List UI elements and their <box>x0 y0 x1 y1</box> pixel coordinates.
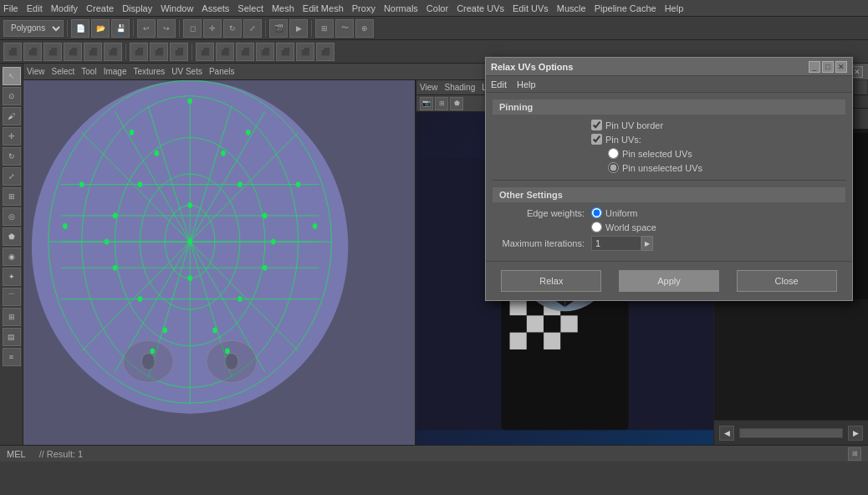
toolbar2-icon-9[interactable]: ⬛ <box>170 43 188 61</box>
tool-select[interactable]: ↖ <box>3 67 21 85</box>
menu-normals[interactable]: Normals <box>384 3 418 13</box>
toolbar-icon-redo[interactable]: ↪ <box>157 19 176 38</box>
toolbar2-icon-1[interactable]: ⬛ <box>3 43 22 61</box>
toolbar-icon-snap-curve[interactable]: 〜 <box>335 19 354 38</box>
menu-create[interactable]: Create <box>86 3 114 13</box>
menu-edit[interactable]: Edit <box>27 3 43 13</box>
toolbar-icon-save[interactable]: 💾 <box>111 19 130 38</box>
pin-uvs-checkbox[interactable] <box>591 134 602 145</box>
uv-tab-image[interactable]: Image <box>104 67 127 76</box>
toolbar2-icon-2[interactable]: ⬛ <box>23 43 42 61</box>
apply-button[interactable]: Apply <box>619 270 719 292</box>
toolbar-sep-2 <box>133 20 134 37</box>
uv-tab-select[interactable]: Select <box>52 67 75 76</box>
tool-bend[interactable]: ⌒ <box>3 288 21 306</box>
toolbar2-icon-12[interactable]: ⬛ <box>236 43 254 61</box>
uv-tab-tool[interactable]: Tool <box>81 67 96 76</box>
menu-create-uvs[interactable]: Create UVs <box>457 3 504 13</box>
toolbar2-icon-3[interactable]: ⬛ <box>43 43 62 61</box>
uv-viewport[interactable] <box>23 80 416 445</box>
menu-edit-mesh[interactable]: Edit Mesh <box>303 3 344 13</box>
toolbar2-icon-13[interactable]: ⬛ <box>256 43 274 61</box>
toolbar-icon-scale[interactable]: ⤢ <box>243 19 262 38</box>
toolbar-sep-3 <box>179 20 180 37</box>
uv-tab-view[interactable]: View <box>27 67 45 76</box>
vp3d-icon-grid[interactable]: ⊞ <box>435 97 448 110</box>
tool-paint[interactable]: 🖌 <box>3 107 21 125</box>
toolbar2-icon-16[interactable]: ⬛ <box>316 43 334 61</box>
menu-proxy[interactable]: Proxy <box>352 3 375 13</box>
vp3d-shading[interactable]: Shading <box>445 83 476 92</box>
uv-tab-textures[interactable]: Textures <box>133 67 165 76</box>
tool-lasso[interactable]: ⊙ <box>3 87 21 105</box>
menu-assets[interactable]: Assets <box>202 3 229 13</box>
render-prev-btn[interactable]: ◀ <box>719 426 734 441</box>
vp3d-icon-wire[interactable]: ⬟ <box>450 97 463 110</box>
toolbar2-icon-4[interactable]: ⬛ <box>64 43 82 61</box>
mode-select[interactable]: Polygons <box>3 20 64 37</box>
toolbar-icon-render[interactable]: 🎬 <box>269 19 288 38</box>
menu-display[interactable]: Display <box>122 3 152 13</box>
toolbar-icon-snap-point[interactable]: ⊕ <box>355 19 374 38</box>
dialog-restore-btn[interactable]: □ <box>822 61 834 73</box>
toolbar-icon-ipr[interactable]: ▶ <box>289 19 308 38</box>
toolbar-icon-snap-grid[interactable]: ⊞ <box>315 19 334 38</box>
status-bar-script-btn[interactable]: ⊞ <box>848 447 861 461</box>
menu-mesh[interactable]: Mesh <box>272 3 294 13</box>
menu-edit-uvs[interactable]: Edit UVs <box>513 3 549 13</box>
tool-layers[interactable]: ▤ <box>3 328 21 346</box>
relax-button[interactable]: Relax <box>501 270 601 292</box>
toolbar2-icon-15[interactable]: ⬛ <box>296 43 314 61</box>
edge-uniform-radio[interactable] <box>591 207 602 218</box>
tool-rotate[interactable]: ↻ <box>3 147 21 166</box>
tool-soft-mod[interactable]: ◎ <box>3 207 21 226</box>
toolbar-icon-undo[interactable]: ↩ <box>137 19 156 38</box>
toolbar2-icon-8[interactable]: ⬛ <box>150 43 168 61</box>
tool-uv-brush[interactable]: ◉ <box>3 248 21 266</box>
max-iterations-arrow[interactable]: ▶ <box>641 236 653 251</box>
pin-unselected-radio[interactable] <box>608 162 619 173</box>
tool-scale[interactable]: ⤢ <box>3 167 21 186</box>
dialog-minimize-btn[interactable]: _ <box>809 61 820 73</box>
vp3d-view[interactable]: View <box>420 83 438 92</box>
pin-uv-border-checkbox[interactable] <box>591 120 602 130</box>
dialog-menu-help[interactable]: Help <box>517 79 536 89</box>
toolbar-icon-sel[interactable]: ◻ <box>183 19 202 38</box>
tool-show-manip[interactable]: ⊞ <box>3 187 21 206</box>
vp3d-icon-camera[interactable]: 📷 <box>420 97 433 110</box>
tool-sculpt[interactable]: ⬟ <box>3 227 21 246</box>
menu-window[interactable]: Window <box>161 3 193 13</box>
tool-move[interactable]: ✛ <box>3 127 21 145</box>
menu-color[interactable]: Color <box>426 3 448 13</box>
toolbar-icon-move[interactable]: ✛ <box>203 19 222 38</box>
pin-selected-radio[interactable] <box>608 148 619 159</box>
toolbar-icon-new[interactable]: 📄 <box>71 19 89 38</box>
close-button[interactable]: Close <box>737 270 837 292</box>
max-iterations-input[interactable] <box>591 236 641 251</box>
toolbar-icon-open[interactable]: 📂 <box>91 19 110 38</box>
toolbar2-icon-10[interactable]: ⬛ <box>196 43 214 61</box>
tool-cluster[interactable]: ✦ <box>3 268 21 286</box>
dialog-menu-edit[interactable]: Edit <box>491 79 507 89</box>
menu-select[interactable]: Select <box>237 3 263 13</box>
menu-help[interactable]: Help <box>665 3 684 13</box>
channel-box-close[interactable]: ✕ <box>851 66 863 78</box>
menu-muscle[interactable]: Muscle <box>557 3 586 13</box>
tool-lattice[interactable]: ⊞ <box>3 308 21 326</box>
relax-uvs-dialog[interactable]: Relax UVs Options _ □ ✕ Edit Help Pinnin… <box>485 57 853 301</box>
menu-pipeline-cache[interactable]: Pipeline Cache <box>595 3 656 13</box>
edge-world-radio[interactable] <box>591 222 602 232</box>
menu-modify[interactable]: Modify <box>51 3 78 13</box>
toolbar2-icon-6[interactable]: ⬛ <box>104 43 122 61</box>
toolbar2-icon-7[interactable]: ⬛ <box>130 43 148 61</box>
tool-attr[interactable]: ≡ <box>3 348 21 366</box>
toolbar2-icon-5[interactable]: ⬛ <box>84 43 102 61</box>
render-next-btn[interactable]: ▶ <box>848 426 863 441</box>
toolbar2-icon-11[interactable]: ⬛ <box>216 43 234 61</box>
uv-tab-panels[interactable]: Panels <box>209 67 235 76</box>
dialog-close-btn[interactable]: ✕ <box>835 61 847 73</box>
menu-file[interactable]: File <box>3 3 18 13</box>
uv-tab-uvsets[interactable]: UV Sets <box>171 67 202 76</box>
toolbar2-icon-14[interactable]: ⬛ <box>276 43 294 61</box>
toolbar-icon-rotate[interactable]: ↻ <box>223 19 242 38</box>
